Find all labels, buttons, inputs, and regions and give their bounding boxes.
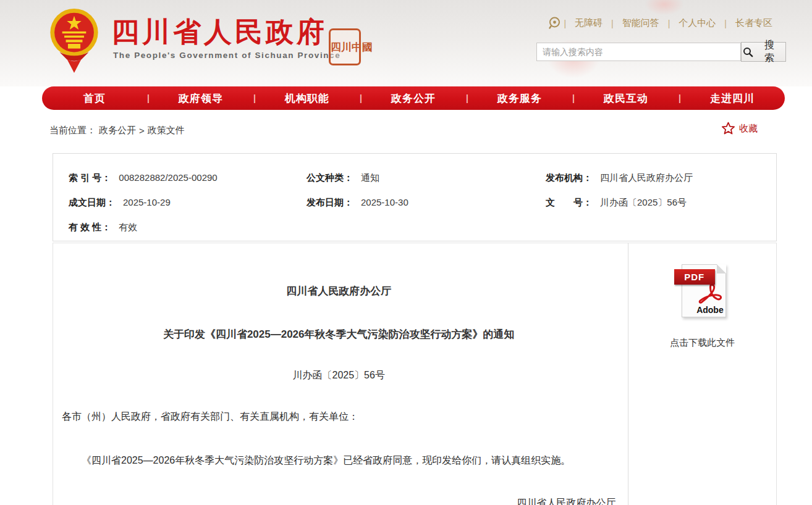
document-signature: 四川省人民政府办公厅 — [62, 497, 615, 505]
breadcrumb-separator: > — [139, 125, 145, 136]
nav-item-government-leaders[interactable]: 政府领导 — [148, 91, 253, 106]
link-accessibility[interactable]: 无障碍 — [566, 17, 611, 29]
meta-row: 有 效 性： 有效 — [53, 215, 776, 240]
meta-issuing-agency: 发布机构： 四川省人民政府办公厅 — [546, 172, 693, 184]
utility-links: 无障碍 智能问答 个人中心 长者专区 — [548, 16, 781, 30]
document-paragraph: 《四川省2025—2026年秋冬季大气污染防治攻坚行动方案》已经省政府同意，现印… — [62, 454, 615, 467]
national-emblem-logo — [48, 7, 100, 74]
pdf-badge: PDF — [674, 269, 715, 285]
nav-item-home[interactable]: 首页 — [42, 91, 147, 106]
link-smart-qa[interactable]: 智能问答 — [614, 17, 668, 29]
breadcrumb-link-policy-documents[interactable]: 政策文件 — [148, 125, 185, 136]
adobe-acrobat-swoosh-icon — [698, 283, 723, 308]
meta-row: 索 引 号： 008282882/2025-00290 公文种类： 通知 发布机… — [53, 165, 776, 190]
nav-item-government-services[interactable]: 政务服务 — [467, 91, 572, 106]
document-number: 川办函〔2025〕56号 — [62, 369, 615, 382]
meta-publish-date: 发布日期： 2025-10-30 — [307, 197, 546, 209]
breadcrumb-prefix: 当前位置： — [49, 125, 96, 136]
accessibility-icon[interactable] — [548, 16, 561, 30]
site-subtitle-english: The People's Government of Sichuan Provi… — [113, 51, 340, 60]
document-salutation: 各市（州）人民政府，省政府有关部门、有关直属机构，有关单位： — [62, 411, 615, 424]
seal-char: 國 — [362, 42, 373, 52]
meta-document-number: 文 号： 川办函〔2025〕56号 — [546, 197, 687, 209]
meta-document-type: 公文种类： 通知 — [307, 172, 546, 184]
meta-written-date: 成文日期： 2025-10-29 — [69, 197, 307, 209]
meta-row: 成文日期： 2025-10-29 发布日期： 2025-10-30 文 号： 川… — [53, 190, 776, 215]
site-header: 四川省人民政府 The People's Government of Sichu… — [0, 0, 812, 86]
sichuan-china-seal: 四 川 中 國 — [329, 28, 361, 65]
download-file-link[interactable]: 点击下载此文件 — [628, 337, 776, 349]
document-content-panel: 四川省人民政府办公厅 关于印发《四川省2025—2026年秋冬季大气污染防治攻坚… — [53, 243, 777, 505]
site-title: 四川省人民政府 — [111, 14, 328, 51]
search-button[interactable]: 搜 索 — [741, 42, 786, 62]
search-button-label: 搜 索 — [756, 39, 785, 65]
seal-char: 四 — [331, 42, 341, 52]
adobe-wordmark: Adobe — [696, 305, 724, 315]
meta-index-number: 索 引 号： 008282882/2025-00290 — [69, 172, 307, 184]
favorite-label: 收藏 — [739, 123, 758, 135]
nav-item-government-affairs-disclosure[interactable]: 政务公开 — [361, 91, 466, 106]
download-sidebar: Adobe PDF 点击下载此文件 — [628, 243, 776, 505]
link-senior-zone[interactable]: 长者专区 — [727, 17, 781, 29]
link-personal-center[interactable]: 个人中心 — [670, 17, 724, 29]
favorite-button[interactable]: 收藏 — [721, 121, 758, 136]
document-org-title: 四川省人民政府办公厅 — [62, 284, 615, 298]
document-body: 四川省人民政府办公厅 关于印发《四川省2025—2026年秋冬季大气污染防治攻坚… — [53, 243, 628, 505]
page-fold-corner — [717, 264, 726, 273]
seal-char: 川 — [341, 42, 352, 52]
main-navigation: 首页 政府领导 机构职能 政务公开 政务服务 政民互动 走进四川 — [42, 86, 785, 110]
breadcrumb-link-disclosure[interactable]: 政务公开 — [99, 125, 136, 136]
nav-item-public-interaction[interactable]: 政民互动 — [573, 91, 679, 106]
search-bar: 搜 索 — [536, 42, 786, 62]
seal-char: 中 — [352, 42, 362, 52]
breadcrumb: 当前位置： 政务公开 > 政策文件 — [49, 125, 185, 136]
search-input[interactable] — [536, 43, 741, 61]
search-icon — [743, 47, 753, 57]
document-metadata-panel: 索 引 号： 008282882/2025-00290 公文种类： 通知 发布机… — [53, 153, 777, 241]
nav-item-institutional-functions[interactable]: 机构职能 — [255, 91, 360, 106]
nav-item-into-sichuan[interactable]: 走进四川 — [680, 91, 785, 106]
pdf-file-icon[interactable]: Adobe PDF — [674, 264, 731, 319]
meta-validity: 有 效 性： 有效 — [69, 222, 307, 233]
document-title: 关于印发《四川省2025—2026年秋冬季大气污染防治攻坚行动方案》的通知 — [62, 327, 615, 341]
star-icon — [721, 121, 736, 136]
